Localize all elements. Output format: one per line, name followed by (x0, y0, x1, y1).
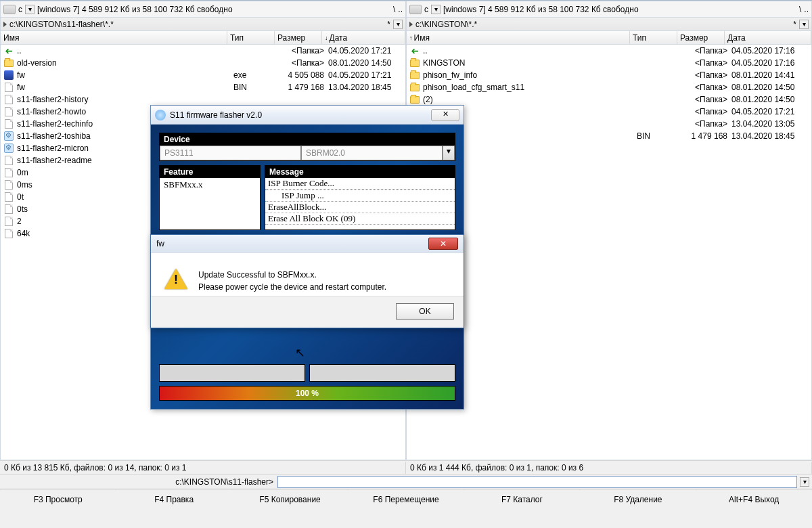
flasher-app-icon (155, 110, 166, 120)
feature-value: SBFMxx.x (160, 178, 260, 229)
drive-icon[interactable] (3, 5, 16, 14)
cmd-input[interactable] (277, 476, 797, 488)
message-dialog-title: fw (156, 239, 164, 248)
col-date[interactable]: Дата (725, 31, 811, 44)
drive-up[interactable]: .. (804, 5, 809, 14)
file-name: (2) (423, 95, 637, 104)
right-columns: ↑Имя Тип Размер Дата (407, 31, 811, 45)
device-label: Device (160, 133, 455, 146)
left-path-bar[interactable]: c:\KINGSTON\s11-flasher\*.* *▾ (1, 18, 405, 31)
message-item: EraseAllBlock... (265, 202, 455, 213)
path-star[interactable]: * (387, 20, 390, 29)
flasher-title-text: S11 firmware flasher v2.0 (170, 110, 262, 120)
drive-dropdown-icon[interactable]: ▾ (431, 5, 441, 14)
file-row[interactable]: fwBIN1 479 16813.04.2020 18:45 (1, 81, 405, 93)
file-row[interactable]: er<Папка>04.05.2020 17:21 (407, 106, 811, 118)
file-row[interactable]: ➜..<Папка>04.05.2020 17:16 (407, 45, 811, 57)
file-row[interactable]: phison_load_cfg_smart_s11<Папка>08.01.20… (407, 81, 811, 93)
file-date: 04.05.2020 17:21 (731, 107, 811, 116)
fn-button[interactable]: Alt+F4 Выход (696, 489, 812, 509)
file-date: 08.01.2020 14:41 (731, 70, 811, 80)
device-field-1[interactable] (160, 146, 301, 160)
file-row[interactable]: old-version<Папка>08.01.2020 14:50 (1, 57, 405, 69)
col-size[interactable]: Размер (677, 31, 725, 44)
path-dropdown-icon[interactable]: ▾ (393, 20, 403, 29)
fn-button[interactable]: F3 Просмотр (0, 489, 116, 509)
file-row[interactable]: KINGSTON<Папка>04.05.2020 17:16 (407, 57, 811, 69)
file-size: <Папка> (281, 46, 328, 56)
drive-up[interactable]: .. (398, 5, 403, 14)
right-panel: c ▾ [windows 7] 4 589 912 Кб из 58 100 7… (406, 1, 812, 460)
file-date: 08.01.2020 14:50 (328, 58, 405, 68)
device-field-2[interactable] (301, 146, 443, 160)
file-row[interactable]: ➜..<Папка>04.05.2020 17:21 (1, 45, 405, 57)
document-icon (3, 180, 14, 190)
message-list: ISP Burner Code...ISP Jump ...EraseAllBl… (265, 178, 455, 229)
fn-button[interactable]: F7 Каталог (464, 489, 580, 509)
fn-button[interactable]: F8 Удаление (580, 489, 696, 509)
file-type: exe (233, 70, 281, 80)
file-name: s11-flasher2-history (17, 95, 233, 104)
drive-icon[interactable] (409, 5, 422, 14)
folder-icon (409, 58, 420, 68)
col-name[interactable]: Имя (1, 31, 227, 44)
col-date[interactable]: ↓Дата (322, 31, 405, 44)
exe-icon (3, 70, 14, 80)
function-bar: F3 ПросмотрF4 ПравкаF5 КопированиеF6 Пер… (0, 489, 812, 509)
cmd-dropdown-icon[interactable]: ▾ (800, 477, 809, 487)
ok-button[interactable]: OK (396, 303, 454, 320)
file-row[interactable]: phison_fw_info<Папка>08.01.2020 14:41 (407, 69, 811, 81)
folder-icon (3, 58, 14, 68)
document-icon (3, 119, 14, 129)
drive-dropdown-icon[interactable]: ▾ (25, 5, 35, 14)
col-size[interactable]: Размер (275, 31, 322, 44)
file-name: old-version (17, 58, 233, 68)
path-text: c:\KINGSTON\*.* (415, 20, 793, 29)
feature-group: Feature SBFMxx.x (159, 165, 261, 230)
message-dialog-titlebar[interactable]: fw ✕ (151, 235, 464, 252)
drive-root[interactable]: \ (799, 5, 801, 14)
path-star[interactable]: * (793, 20, 796, 29)
fn-button[interactable]: F4 Правка (116, 489, 231, 509)
col-type[interactable]: Тип (227, 31, 275, 44)
path-arrow-icon (409, 22, 413, 27)
path-arrow-icon (3, 22, 7, 27)
file-row[interactable]: er<Папка>13.04.2020 13:05 (407, 118, 811, 130)
file-type: BIN (637, 131, 684, 141)
file-date: 04.05.2020 17:16 (731, 58, 811, 68)
msg-line-2: Please power cycle the device and restar… (198, 281, 386, 293)
col-name[interactable]: ↑Имя (407, 31, 630, 44)
device-dropdown-icon[interactable]: ▾ (443, 146, 455, 160)
drive-root[interactable]: \ (393, 5, 395, 14)
document-icon (3, 156, 14, 165)
folder-icon (409, 95, 420, 104)
close-button[interactable]: ✕ (428, 238, 458, 250)
right-file-list[interactable]: ➜..<Папка>04.05.2020 17:16KINGSTON<Папка… (407, 45, 811, 460)
path-dropdown-icon[interactable]: ▾ (799, 20, 809, 29)
file-date: 08.01.2020 14:50 (731, 95, 811, 104)
drive-letter[interactable]: c (424, 5, 428, 14)
drive-letter[interactable]: c (18, 5, 22, 14)
right-path-bar[interactable]: c:\KINGSTON\*.* *▾ (407, 18, 811, 31)
flasher-close-button[interactable]: ✕ (431, 109, 459, 121)
file-row[interactable]: s11-flasher2-history (1, 93, 405, 106)
fn-button[interactable]: F6 Перемещение (348, 489, 464, 509)
document-icon (3, 217, 14, 226)
right-status: 0 Кб из 1 444 Кб, файлов: 0 из 1, папок:… (406, 462, 812, 474)
message-group: Message ISP Burner Code...ISP Jump ...Er… (265, 165, 455, 230)
file-size: <Папка> (684, 46, 731, 56)
left-columns: Имя Тип Размер ↓Дата (1, 31, 405, 45)
message-item: ISP Jump ... (265, 190, 455, 202)
file-row[interactable]: (2)<Папка>08.01.2020 14:50 (407, 93, 811, 106)
flasher-titlebar[interactable]: S11 firmware flasher v2.0 ✕ (151, 106, 464, 125)
document-icon (3, 229, 14, 238)
message-label: Message (265, 166, 455, 178)
col-type[interactable]: Тип (630, 31, 677, 44)
cmd-prompt: c:\KINGSTON\s11-flasher> (0, 477, 277, 487)
file-date: 04.05.2020 17:21 (328, 70, 405, 80)
folder-icon (409, 70, 420, 80)
file-row[interactable]: BIN1 479 16813.04.2020 18:45 (407, 130, 811, 142)
fn-button[interactable]: F5 Копирование (232, 489, 348, 509)
file-row[interactable]: fwexe4 505 08804.05.2020 17:21 (1, 69, 405, 81)
file-date: 04.05.2020 17:21 (328, 46, 405, 56)
